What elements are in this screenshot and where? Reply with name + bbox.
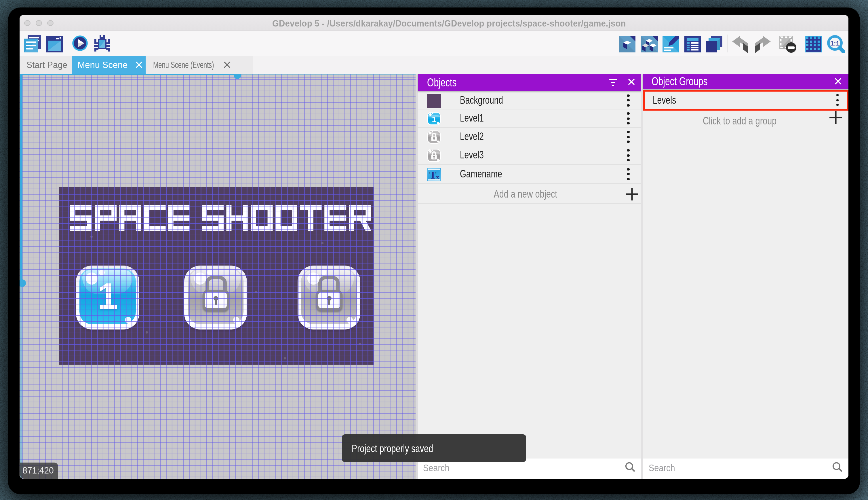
svg-text:1: 1 bbox=[432, 115, 436, 124]
svg-text:T: T bbox=[430, 169, 436, 181]
svg-text:1:1: 1:1 bbox=[830, 39, 839, 47]
svg-text:x: x bbox=[436, 173, 439, 180]
